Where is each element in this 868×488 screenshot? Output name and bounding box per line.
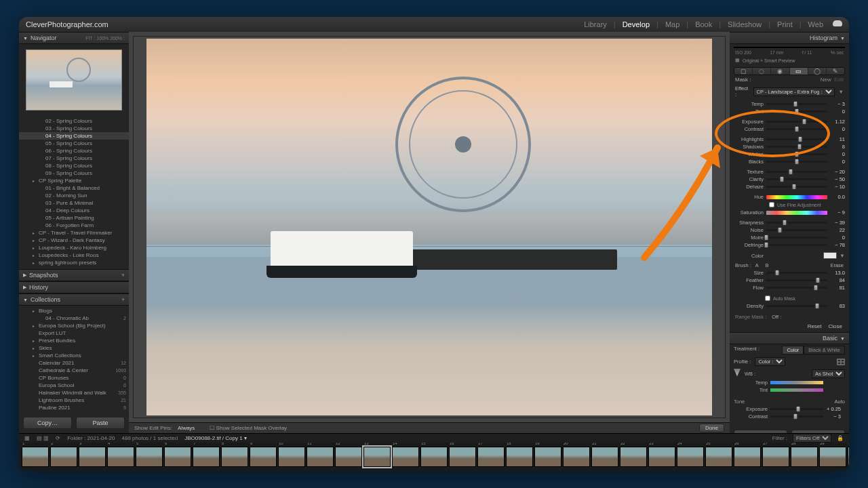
image-canvas[interactable] xyxy=(133,36,726,418)
tree-item[interactable]: ▸Skies xyxy=(19,344,129,352)
wb-select[interactable]: As Shot xyxy=(812,369,845,378)
slider-shadows[interactable]: Shadows8 xyxy=(734,143,845,150)
filmstrip-thumb[interactable]: 21 xyxy=(591,447,618,467)
show-pins-value[interactable]: Always xyxy=(178,425,195,431)
filmstrip-thumb[interactable]: 28 xyxy=(791,447,818,467)
tree-item[interactable]: 04 - Chromatic Ab2 xyxy=(19,314,129,322)
tree-item[interactable]: ▸Blogs xyxy=(19,307,129,314)
color-row[interactable]: Color▼ xyxy=(730,251,849,261)
tree-item[interactable]: Calendar 202112 xyxy=(19,359,129,367)
tree-item[interactable]: ▸CP Spring Palette xyxy=(19,177,129,184)
filmstrip[interactable]: 1234567891011121314151617181920212223242… xyxy=(19,443,849,471)
treatment-bw[interactable]: Black & White xyxy=(804,346,845,354)
filmstrip-thumb[interactable]: 1 xyxy=(22,447,49,467)
filmstrip-thumb[interactable]: 4 xyxy=(107,447,134,467)
filmstrip-thumb[interactable]: 3 xyxy=(79,447,106,467)
tree-item[interactable]: Lightroom Brushes21 xyxy=(19,396,129,404)
filmstrip-thumb[interactable]: 11 xyxy=(307,447,334,467)
tool-radial[interactable]: ◯ xyxy=(808,68,827,75)
wb-picker-icon[interactable] xyxy=(734,369,741,378)
slider-dehaze[interactable]: Dehaze− 10 xyxy=(734,183,845,190)
tree-item[interactable]: ▸Smart Collections xyxy=(19,352,129,359)
filmstrip-thumb[interactable]: 24 xyxy=(677,447,704,467)
done-button[interactable]: Done xyxy=(699,424,724,432)
tree-item[interactable]: Export LUT xyxy=(19,329,129,337)
slider-tint[interactable]: Tint0 xyxy=(734,108,845,115)
filter-lock-icon[interactable]: 🔒 xyxy=(837,435,844,441)
range-mask-row[interactable]: Range Mask :Off : xyxy=(730,312,849,321)
filmstrip-thumb[interactable]: 18 xyxy=(506,447,533,467)
histogram-header[interactable]: Histogram▼ xyxy=(730,32,849,44)
slider-exposure[interactable]: Exposure+ 0.25 xyxy=(738,405,841,413)
brush-ab[interactable]: A B xyxy=(755,262,772,268)
slider-sharpness[interactable]: Sharpness− 39 xyxy=(734,219,845,226)
filmstrip-thumb[interactable]: 17 xyxy=(477,447,505,467)
slider-noise[interactable]: Noise22 xyxy=(734,226,845,234)
mask-new[interactable]: New xyxy=(821,77,831,83)
treatment-color[interactable]: Color xyxy=(782,346,804,354)
tree-item[interactable]: 04 - Deep Colours xyxy=(19,207,129,214)
status-folder[interactable]: Folder : 2021-04-20 xyxy=(67,435,115,441)
filmstrip-thumb[interactable]: 29 xyxy=(819,447,846,467)
tree-item[interactable]: ▸Europa School (Big Project) xyxy=(19,322,129,329)
tree-item[interactable]: CP Bonuses0 xyxy=(19,374,129,382)
tree-item[interactable]: ▸spring lightroom presets xyxy=(19,259,129,266)
filmstrip-thumb[interactable]: 15 xyxy=(420,447,448,467)
tree-item[interactable]: 01 - Bright & Balanced xyxy=(19,184,129,192)
filmstrip-thumb[interactable]: 25 xyxy=(705,447,732,467)
local-close[interactable]: Close xyxy=(829,323,842,329)
tool-grad[interactable]: ▭ xyxy=(790,68,808,75)
filmstrip-thumb[interactable]: 23 xyxy=(648,447,675,467)
add-icon[interactable]: + xyxy=(121,272,125,279)
tree-item[interactable]: 05 - Artisan Painting xyxy=(19,214,129,222)
filmstrip-thumb[interactable]: 22 xyxy=(620,447,647,467)
module-web[interactable]: Web xyxy=(808,20,823,28)
tree-item[interactable]: 06 - Spring Colours xyxy=(19,147,129,155)
navigator-header[interactable]: ▼ Navigator FIT : 100% 200% : xyxy=(19,32,129,44)
slider-defringe[interactable]: Defringe− 78 xyxy=(734,241,845,249)
filmstrip-thumb[interactable]: 19 xyxy=(534,447,561,467)
add-icon[interactable]: + xyxy=(121,296,125,303)
tone-auto[interactable]: Auto xyxy=(835,399,845,405)
collections-header[interactable]: ▼Collections+ xyxy=(19,293,129,306)
slider-temp[interactable]: Temp xyxy=(738,379,841,386)
effect-preset-select[interactable]: CP - Landscape - Extra Fog : xyxy=(753,87,835,96)
navigator-thumbnail[interactable] xyxy=(26,49,122,110)
tree-item[interactable]: Pauline 20219 xyxy=(19,404,129,411)
tool-spot[interactable]: ◌ xyxy=(753,68,771,75)
filmstrip-thumb[interactable]: 27 xyxy=(762,447,789,467)
tree-item[interactable]: 02 - Spring Colours xyxy=(19,117,129,125)
profile-select[interactable]: Color : xyxy=(755,357,785,366)
filmstrip-thumb[interactable]: 14 xyxy=(392,447,419,467)
filter-select[interactable]: Filters Off xyxy=(793,434,831,443)
filmstrip-thumb[interactable]: 2 xyxy=(50,447,77,467)
filmstrip-thumb[interactable]: 10 xyxy=(278,447,305,467)
slider-texture[interactable]: Texture− 20 xyxy=(734,168,845,176)
slider-saturation[interactable]: Saturation− 9 xyxy=(734,209,845,216)
slider-hue[interactable]: Hue0.0 xyxy=(734,193,845,201)
slider-whites[interactable]: Whites0 xyxy=(734,150,845,158)
tree-item[interactable]: 06 - Forgotten Farm xyxy=(19,222,129,229)
automask-checkbox[interactable] xyxy=(765,296,770,301)
slider-temp[interactable]: Temp− 3 xyxy=(734,100,845,108)
tree-item[interactable]: Europa School0 xyxy=(19,382,129,389)
snapshots-header[interactable]: ▶Snapshots+ xyxy=(19,269,129,281)
filmstrip-thumb[interactable]: 8 xyxy=(221,447,248,467)
tree-item[interactable]: 08 - Spring Colours xyxy=(19,162,129,169)
tree-item[interactable]: 02 - Morning Sun xyxy=(19,192,129,199)
tree-item[interactable]: Cathedrale & Center1093 xyxy=(19,367,129,374)
module-develop[interactable]: Develop xyxy=(623,20,650,28)
local-reset[interactable]: Reset xyxy=(808,323,822,329)
filmstrip-thumb[interactable]: 30 xyxy=(848,447,849,467)
filmstrip-thumb[interactable]: 26 xyxy=(734,447,761,467)
module-print[interactable]: Print xyxy=(777,20,793,28)
color-swatch[interactable] xyxy=(823,252,837,259)
slider-feather[interactable]: Feather84 xyxy=(734,277,845,284)
tree-item[interactable]: 05 - Spring Colours xyxy=(19,140,129,147)
tree-item[interactable]: 03 - Spring Colours xyxy=(19,125,129,132)
module-slideshow[interactable]: Slideshow xyxy=(728,20,762,28)
filmstrip-thumb[interactable]: 7 xyxy=(193,447,220,467)
filmstrip-thumb[interactable]: 20 xyxy=(563,447,590,467)
tool-crop[interactable]: ▢ xyxy=(734,68,753,75)
navigator-zoom[interactable]: FIT : 100% 200% : xyxy=(85,36,125,41)
